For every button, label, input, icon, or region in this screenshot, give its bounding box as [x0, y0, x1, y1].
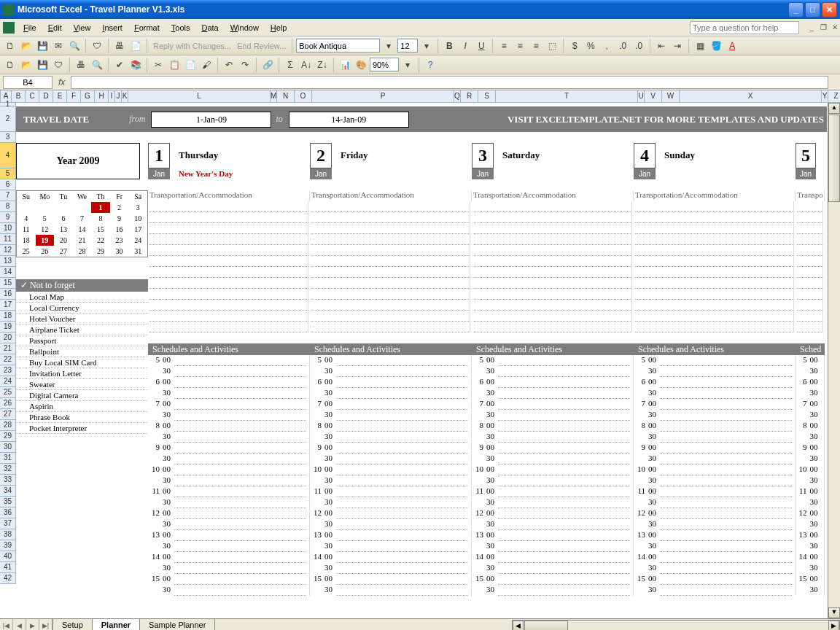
input-line[interactable]: [311, 245, 470, 256]
input-line[interactable]: [660, 464, 792, 475]
input-line[interactable]: [174, 552, 306, 563]
input-line[interactable]: [797, 278, 823, 289]
maximize-button[interactable]: □: [805, 2, 820, 18]
row-header[interactable]: 16: [0, 289, 16, 300]
input-line[interactable]: [498, 366, 630, 377]
input-line[interactable]: [660, 454, 792, 464]
font-color-icon[interactable]: A: [725, 39, 739, 53]
menu-window[interactable]: Window: [225, 21, 265, 34]
input-line[interactable]: [498, 443, 630, 454]
undo-icon[interactable]: ↶: [222, 58, 236, 72]
ntf-item[interactable]: Sweater: [16, 379, 148, 390]
input-line[interactable]: [336, 410, 468, 421]
inc-indent-icon[interactable]: ⇥: [670, 39, 685, 53]
help-search[interactable]: [690, 21, 799, 34]
dec-indent-icon[interactable]: ⇤: [654, 39, 669, 53]
scroll-thumb[interactable]: [828, 114, 840, 202]
col-header[interactable]: K: [122, 90, 128, 102]
save-icon[interactable]: 💾: [35, 58, 50, 72]
input-line[interactable]: [473, 212, 632, 223]
horizontal-scrollbar[interactable]: ◀ ▶: [512, 620, 840, 630]
row-header[interactable]: 8: [0, 201, 16, 212]
dec-decimal-icon[interactable]: .0: [631, 39, 646, 53]
input-line[interactable]: [174, 464, 306, 475]
preview-icon[interactable]: 📄: [128, 39, 143, 53]
dropdown-icon[interactable]: ▾: [381, 39, 396, 53]
input-line[interactable]: [336, 519, 468, 530]
scroll-right-icon[interactable]: ▶: [828, 621, 839, 630]
col-header[interactable]: H: [95, 90, 109, 102]
row-header[interactable]: 41: [0, 562, 16, 573]
cal-day[interactable]: 15: [91, 224, 110, 235]
cal-day[interactable]: 12: [36, 224, 55, 235]
fx-icon[interactable]: fx: [58, 77, 65, 88]
input-line[interactable]: [797, 322, 823, 332]
col-header[interactable]: I: [109, 90, 115, 102]
row-header[interactable]: 23: [0, 365, 16, 376]
input-line[interactable]: [336, 497, 468, 508]
save-icon[interactable]: 💾: [35, 39, 50, 53]
ntf-item[interactable]: Phrase Book: [16, 412, 148, 423]
input-line[interactable]: [473, 267, 632, 278]
sheet-tab[interactable]: Setup: [52, 619, 93, 630]
row-header[interactable]: 21: [0, 343, 16, 354]
input-line[interactable]: [660, 366, 792, 377]
input-line[interactable]: [660, 552, 792, 563]
input-line[interactable]: [336, 421, 468, 432]
row-header[interactable]: 17: [0, 300, 16, 311]
autosum-icon[interactable]: Σ: [283, 58, 298, 72]
cal-day[interactable]: 26: [36, 246, 55, 257]
input-line[interactable]: [498, 377, 630, 388]
col-header[interactable]: Y: [822, 90, 828, 102]
sheet-tab[interactable]: Sample Planner: [139, 619, 215, 630]
row-header[interactable]: 34: [0, 486, 16, 497]
row-header[interactable]: 10: [0, 223, 16, 234]
print-icon[interactable]: 🖶: [74, 58, 88, 72]
input-line[interactable]: [174, 497, 306, 508]
input-line[interactable]: [473, 300, 632, 311]
input-line[interactable]: [797, 234, 823, 245]
underline-icon[interactable]: U: [474, 39, 489, 53]
input-line[interactable]: [498, 585, 630, 596]
col-header[interactable]: G: [81, 90, 95, 102]
percent-icon[interactable]: %: [583, 39, 598, 53]
input-line[interactable]: [473, 245, 632, 256]
input-line[interactable]: [797, 245, 823, 256]
row-header[interactable]: 40: [0, 551, 16, 562]
cal-day[interactable]: 23: [110, 235, 129, 246]
row-header[interactable]: 9: [0, 212, 16, 223]
cal-day[interactable]: 14: [73, 224, 92, 235]
input-line[interactable]: [660, 486, 792, 497]
input-line[interactable]: [635, 311, 794, 322]
ntf-item[interactable]: Passport: [16, 335, 148, 346]
cal-day[interactable]: [54, 202, 73, 213]
ntf-item[interactable]: Invitation Letter: [16, 368, 148, 379]
input-line[interactable]: [174, 585, 306, 596]
input-line[interactable]: [660, 585, 792, 596]
dropdown-icon[interactable]: ▾: [400, 58, 415, 72]
input-line[interactable]: [311, 267, 470, 278]
input-line[interactable]: [174, 443, 306, 454]
input-line[interactable]: [336, 388, 468, 399]
input-line[interactable]: [498, 410, 630, 421]
input-line[interactable]: [174, 454, 306, 464]
input-line[interactable]: [174, 486, 306, 497]
input-line[interactable]: [498, 519, 630, 530]
tab-prev-icon[interactable]: ◀: [13, 619, 26, 630]
menu-view[interactable]: View: [68, 21, 97, 34]
input-line[interactable]: [660, 530, 792, 541]
name-box[interactable]: B4: [3, 76, 52, 89]
row-header[interactable]: 37: [0, 518, 16, 529]
input-line[interactable]: [336, 552, 468, 563]
preview-icon[interactable]: 🔍: [90, 58, 104, 72]
ntf-item[interactable]: Digital Camera: [16, 390, 148, 401]
cal-day[interactable]: [17, 202, 36, 213]
row-header[interactable]: 5: [0, 168, 16, 179]
input-line[interactable]: [498, 563, 630, 574]
input-line[interactable]: [311, 311, 470, 322]
input-line[interactable]: [174, 388, 306, 399]
input-line[interactable]: [473, 278, 632, 289]
open-icon[interactable]: 📂: [19, 39, 34, 53]
row-header[interactable]: 28: [0, 420, 16, 431]
tab-next-icon[interactable]: ▶: [26, 619, 39, 630]
